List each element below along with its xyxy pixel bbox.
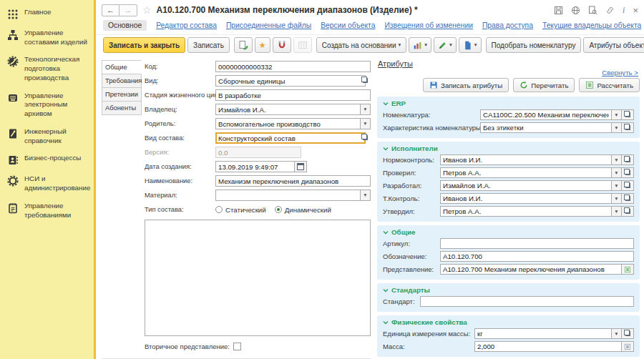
calculate-presentation-button[interactable] xyxy=(621,264,634,275)
calculate-button[interactable]: Рассчитать xyxy=(579,78,640,92)
parent-input[interactable] xyxy=(215,118,361,129)
section-header[interactable]: Исполнители xyxy=(383,144,634,152)
tab-change-notices[interactable]: Извещения об изменении xyxy=(384,21,473,29)
tab-current-owners[interactable]: Текущие владельцы объекта xyxy=(542,21,641,29)
section-header[interactable]: Физические свойства xyxy=(383,318,634,326)
tab-requirements[interactable]: Требования xyxy=(102,74,142,88)
pick-nomenclature-button[interactable]: Подобрать номенклатуру xyxy=(486,37,582,53)
dropdown-button[interactable]: ▾ xyxy=(360,190,371,201)
close-icon[interactable]: × xyxy=(633,6,638,15)
attributes-title[interactable]: Атрибуты xyxy=(378,59,413,68)
open-icon[interactable] xyxy=(363,135,368,140)
sidebar-item-requirements-management[interactable]: Управление требованиями xyxy=(0,197,94,224)
mass-calculate-button[interactable] xyxy=(621,341,634,352)
search-document-icon[interactable] xyxy=(588,6,597,15)
presentation-input[interactable] xyxy=(440,264,622,275)
owner-input[interactable] xyxy=(215,104,361,115)
name-input[interactable] xyxy=(215,175,371,187)
info-icon[interactable]: i xyxy=(623,5,625,16)
open-button[interactable] xyxy=(621,122,634,133)
sidebar-item-engineering-reference[interactable]: Инженерный справочник xyxy=(0,123,94,149)
dropdown-button[interactable]: ▾ xyxy=(611,122,622,133)
save-button[interactable]: Записать xyxy=(187,37,230,53)
tab-object-versions[interactable]: Версии объекта xyxy=(321,21,375,29)
favorites-button[interactable]: ★ xyxy=(255,37,270,53)
favorite-star-icon[interactable]: ☆ xyxy=(142,5,152,15)
forward-button[interactable]: → xyxy=(119,4,137,16)
sidebar-item-product-compositions[interactable]: Управление составами изделий xyxy=(0,24,94,51)
code-input[interactable] xyxy=(215,61,371,72)
mass-input[interactable] xyxy=(474,341,622,352)
object-attributes-button[interactable]: Атрибуты объектов xyxy=(583,37,644,53)
sidebar-item-nsi-administration[interactable]: НСИ и администрирование xyxy=(0,170,94,197)
open-button[interactable] xyxy=(621,328,634,339)
open-button[interactable] xyxy=(621,180,634,191)
created-date-input[interactable] xyxy=(215,161,295,172)
reread-button[interactable]: Перечитать xyxy=(513,78,575,92)
lifecycle-stage-input[interactable] xyxy=(215,89,371,101)
collapse-link[interactable]: Свернуть > xyxy=(602,69,638,77)
description-textarea[interactable] xyxy=(145,220,371,336)
dropdown-button[interactable]: ▾ xyxy=(360,118,371,129)
open-button[interactable] xyxy=(621,154,634,165)
link-icon[interactable] xyxy=(605,6,615,15)
reports-button[interactable]: ▾ xyxy=(409,37,431,53)
dropdown-button[interactable]: ▾ xyxy=(611,193,622,204)
save-icon[interactable] xyxy=(554,6,563,15)
section-header[interactable]: Стандарты xyxy=(383,286,634,294)
norm-control-input[interactable] xyxy=(440,154,612,165)
save-and-close-button[interactable]: Записать и закрыть xyxy=(103,37,185,53)
radio-dynamic[interactable]: Динамический xyxy=(275,206,331,214)
dropdown-button[interactable]: ▾ xyxy=(611,206,622,217)
designation-input[interactable] xyxy=(440,251,634,262)
sidebar-item-business-processes[interactable]: Бизнес-процессы xyxy=(0,149,94,170)
article-input[interactable] xyxy=(440,238,634,249)
sidebar-item-main[interactable]: Главное xyxy=(0,4,94,24)
document-button[interactable]: ▾ xyxy=(459,37,482,53)
radio-static[interactable]: Статический xyxy=(215,206,266,214)
nomenclature-characteristic-input[interactable] xyxy=(480,122,612,133)
tab-attached-files[interactable]: Присоединенные файлы xyxy=(226,21,311,29)
open-button[interactable] xyxy=(621,206,634,217)
kind-input[interactable] xyxy=(215,75,366,87)
tab-general[interactable]: Общие xyxy=(102,60,142,74)
tab-composition-editor[interactable]: Редактор состава xyxy=(156,21,217,29)
edit-button[interactable]: ▾ xyxy=(434,37,457,53)
create-based-on-button[interactable]: Создать на основании ▾ xyxy=(316,37,407,53)
tab-main[interactable]: Основное xyxy=(103,20,147,31)
dropdown-button[interactable]: ▾ xyxy=(611,328,622,339)
magnet-button[interactable] xyxy=(273,37,291,53)
dropdown-button[interactable]: ▾ xyxy=(611,167,622,178)
open-button[interactable] xyxy=(621,167,634,178)
document-refresh-button[interactable] xyxy=(234,37,253,53)
nomenclature-input[interactable] xyxy=(480,109,612,120)
tab-claims[interactable]: Претензии xyxy=(102,87,142,102)
standard-input[interactable] xyxy=(420,296,634,307)
composition-kind-input[interactable] xyxy=(215,132,366,144)
tech-control-input[interactable] xyxy=(440,193,612,204)
tab-access-rights[interactable]: Права доступа xyxy=(482,21,533,29)
back-button[interactable]: ← xyxy=(102,4,119,16)
sidebar-item-tech-preparation[interactable]: Технологическая подготовка производства xyxy=(0,51,94,87)
calendar-button[interactable] xyxy=(294,161,307,172)
open-button[interactable] xyxy=(621,109,634,120)
globe-icon[interactable] xyxy=(571,6,580,15)
section-header[interactable]: ERP xyxy=(383,99,634,107)
material-input[interactable] xyxy=(215,190,361,201)
mass-unit-input[interactable] xyxy=(474,328,612,339)
dropdown-button[interactable]: ▾ xyxy=(611,180,622,191)
save-attributes-button[interactable]: Записать атрибуты xyxy=(423,78,509,92)
approved-by-input[interactable] xyxy=(440,206,612,217)
open-icon[interactable] xyxy=(363,78,368,83)
dropdown-button[interactable]: ▾ xyxy=(611,154,622,165)
developed-by-input[interactable] xyxy=(440,180,612,191)
sidebar-item-electronic-archive[interactable]: Управление электронным архивом xyxy=(0,87,94,123)
open-button[interactable] xyxy=(621,193,634,204)
tab-subscribers[interactable]: Абоненты xyxy=(102,101,142,115)
checked-by-input[interactable] xyxy=(440,167,612,178)
secondary-view-checkbox[interactable] xyxy=(233,343,241,350)
dropdown-button[interactable]: ▾ xyxy=(360,104,371,115)
dropdown-button[interactable]: ▾ xyxy=(611,109,622,120)
section-header[interactable]: Общие xyxy=(383,228,634,236)
table-view-button[interactable] xyxy=(293,37,312,53)
